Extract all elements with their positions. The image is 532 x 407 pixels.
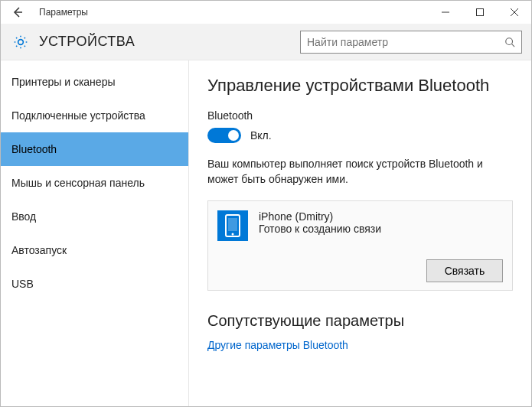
- sidebar-item-label: Bluetooth: [11, 143, 57, 155]
- search-icon: [504, 37, 515, 47]
- device-info: iPhone (Dmitry) Готово к созданию связи: [259, 210, 381, 235]
- arrow-left-icon: [11, 6, 24, 18]
- window-title: Параметры: [34, 7, 88, 18]
- back-button[interactable]: [1, 1, 34, 24]
- sidebar-item-usb[interactable]: USB: [1, 267, 188, 301]
- window-controls: [428, 1, 531, 24]
- maximize-button[interactable]: [462, 1, 497, 24]
- sidebar-item-label: Ввод: [11, 210, 36, 223]
- header: УСТРОЙСТВА: [1, 24, 531, 60]
- close-button[interactable]: [497, 1, 531, 24]
- sidebar-item-mouse-touchpad[interactable]: Мышь и сенсорная панель: [1, 166, 188, 200]
- bluetooth-toggle[interactable]: [207, 128, 241, 143]
- related-heading: Сопутствующие параметры: [207, 312, 513, 330]
- sidebar-item-bluetooth[interactable]: Bluetooth: [1, 132, 188, 166]
- sidebar-item-label: USB: [11, 278, 34, 290]
- bluetooth-description: Ваш компьютер выполняет поиск устройств …: [207, 157, 506, 187]
- svg-line-5: [512, 44, 515, 47]
- close-icon: [511, 8, 518, 16]
- maximize-icon: [476, 8, 484, 16]
- sidebar-item-label: Принтеры и сканеры: [11, 76, 115, 88]
- svg-rect-1: [476, 9, 483, 16]
- header-title: УСТРОЙСТВА: [39, 34, 300, 50]
- svg-point-4: [506, 37, 513, 44]
- bluetooth-toggle-row: Вкл.: [207, 128, 513, 143]
- titlebar: Параметры: [1, 1, 531, 24]
- sidebar-item-label: Автозапуск: [11, 244, 67, 256]
- other-bluetooth-settings-link[interactable]: Другие параметры Bluetooth: [207, 339, 513, 351]
- svg-point-8: [232, 233, 234, 236]
- pair-button[interactable]: Связать: [426, 259, 503, 282]
- sidebar: Принтеры и сканеры Подключенные устройст…: [1, 60, 189, 406]
- device-status: Готово к созданию связи: [259, 223, 381, 235]
- main-panel: Управление устройствами Bluetooth Blueto…: [189, 60, 531, 406]
- content: Принтеры и сканеры Подключенные устройст…: [1, 60, 531, 406]
- device-actions: Связать: [217, 259, 503, 282]
- minimize-icon: [442, 8, 449, 16]
- sidebar-item-autoplay[interactable]: Автозапуск: [1, 233, 188, 267]
- device-card[interactable]: iPhone (Dmitry) Готово к созданию связи …: [207, 200, 513, 291]
- device-info-row: iPhone (Dmitry) Готово к созданию связи: [217, 210, 503, 241]
- pair-button-label: Связать: [445, 265, 485, 277]
- sidebar-item-label: Подключенные устройства: [11, 109, 145, 122]
- page-title: Управление устройствами Bluetooth: [207, 76, 513, 96]
- sidebar-item-printers[interactable]: Принтеры и сканеры: [1, 65, 188, 99]
- svg-rect-7: [228, 218, 237, 231]
- search-box[interactable]: [300, 31, 522, 54]
- sidebar-item-typing[interactable]: Ввод: [1, 200, 188, 233]
- minimize-button[interactable]: [428, 1, 462, 24]
- search-input[interactable]: [307, 36, 504, 48]
- phone-icon: [217, 210, 248, 241]
- gear-icon: [13, 34, 28, 50]
- sidebar-item-label: Мышь и сенсорная панель: [11, 177, 145, 189]
- sidebar-item-connected-devices[interactable]: Подключенные устройства: [1, 99, 188, 132]
- bluetooth-toggle-state: Вкл.: [250, 129, 272, 142]
- bluetooth-label: Bluetooth: [207, 109, 513, 122]
- device-name: iPhone (Dmitry): [259, 210, 381, 223]
